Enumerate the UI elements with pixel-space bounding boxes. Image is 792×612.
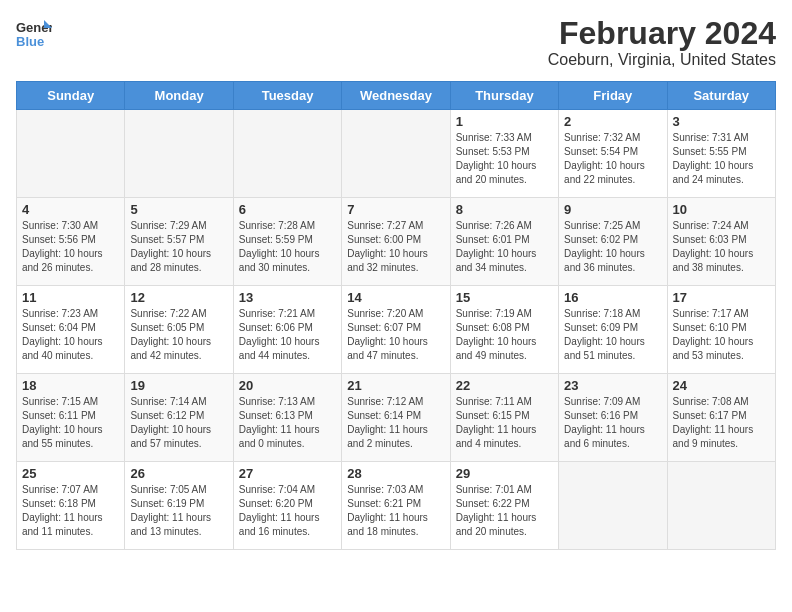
day-info: Sunrise: 7:25 AM Sunset: 6:02 PM Dayligh… <box>564 219 661 275</box>
calendar-cell: 17Sunrise: 7:17 AM Sunset: 6:10 PM Dayli… <box>667 286 775 374</box>
day-number: 18 <box>22 378 119 393</box>
calendar-cell: 23Sunrise: 7:09 AM Sunset: 6:16 PM Dayli… <box>559 374 667 462</box>
day-info: Sunrise: 7:27 AM Sunset: 6:00 PM Dayligh… <box>347 219 444 275</box>
calendar-cell <box>17 110 125 198</box>
calendar-cell <box>233 110 341 198</box>
calendar-cell: 20Sunrise: 7:13 AM Sunset: 6:13 PM Dayli… <box>233 374 341 462</box>
page-title: February 2024 <box>548 16 776 51</box>
calendar-cell: 28Sunrise: 7:03 AM Sunset: 6:21 PM Dayli… <box>342 462 450 550</box>
calendar-cell: 12Sunrise: 7:22 AM Sunset: 6:05 PM Dayli… <box>125 286 233 374</box>
day-header-saturday: Saturday <box>667 82 775 110</box>
day-header-thursday: Thursday <box>450 82 558 110</box>
day-number: 10 <box>673 202 770 217</box>
logo-icon: General Blue <box>16 16 52 52</box>
day-number: 24 <box>673 378 770 393</box>
day-info: Sunrise: 7:18 AM Sunset: 6:09 PM Dayligh… <box>564 307 661 363</box>
day-info: Sunrise: 7:31 AM Sunset: 5:55 PM Dayligh… <box>673 131 770 187</box>
day-number: 6 <box>239 202 336 217</box>
calendar-cell: 29Sunrise: 7:01 AM Sunset: 6:22 PM Dayli… <box>450 462 558 550</box>
calendar-cell: 10Sunrise: 7:24 AM Sunset: 6:03 PM Dayli… <box>667 198 775 286</box>
calendar-week-3: 11Sunrise: 7:23 AM Sunset: 6:04 PM Dayli… <box>17 286 776 374</box>
day-header-monday: Monday <box>125 82 233 110</box>
day-info: Sunrise: 7:30 AM Sunset: 5:56 PM Dayligh… <box>22 219 119 275</box>
day-number: 3 <box>673 114 770 129</box>
calendar-cell: 14Sunrise: 7:20 AM Sunset: 6:07 PM Dayli… <box>342 286 450 374</box>
day-info: Sunrise: 7:07 AM Sunset: 6:18 PM Dayligh… <box>22 483 119 539</box>
day-number: 26 <box>130 466 227 481</box>
calendar-cell <box>125 110 233 198</box>
calendar-cell: 13Sunrise: 7:21 AM Sunset: 6:06 PM Dayli… <box>233 286 341 374</box>
day-info: Sunrise: 7:23 AM Sunset: 6:04 PM Dayligh… <box>22 307 119 363</box>
calendar-cell: 22Sunrise: 7:11 AM Sunset: 6:15 PM Dayli… <box>450 374 558 462</box>
calendar-week-2: 4Sunrise: 7:30 AM Sunset: 5:56 PM Daylig… <box>17 198 776 286</box>
day-number: 12 <box>130 290 227 305</box>
calendar-cell: 3Sunrise: 7:31 AM Sunset: 5:55 PM Daylig… <box>667 110 775 198</box>
calendar-cell: 15Sunrise: 7:19 AM Sunset: 6:08 PM Dayli… <box>450 286 558 374</box>
day-number: 9 <box>564 202 661 217</box>
day-info: Sunrise: 7:22 AM Sunset: 6:05 PM Dayligh… <box>130 307 227 363</box>
calendar-cell: 7Sunrise: 7:27 AM Sunset: 6:00 PM Daylig… <box>342 198 450 286</box>
day-info: Sunrise: 7:12 AM Sunset: 6:14 PM Dayligh… <box>347 395 444 451</box>
calendar-cell: 11Sunrise: 7:23 AM Sunset: 6:04 PM Dayli… <box>17 286 125 374</box>
day-number: 27 <box>239 466 336 481</box>
day-info: Sunrise: 7:29 AM Sunset: 5:57 PM Dayligh… <box>130 219 227 275</box>
day-number: 17 <box>673 290 770 305</box>
page-subtitle: Coeburn, Virginia, United States <box>548 51 776 69</box>
day-number: 11 <box>22 290 119 305</box>
day-header-wednesday: Wednesday <box>342 82 450 110</box>
page-header: General Blue February 2024 Coeburn, Virg… <box>16 16 776 69</box>
calendar-cell <box>342 110 450 198</box>
calendar-cell: 4Sunrise: 7:30 AM Sunset: 5:56 PM Daylig… <box>17 198 125 286</box>
day-number: 14 <box>347 290 444 305</box>
title-block: February 2024 Coeburn, Virginia, United … <box>548 16 776 69</box>
day-info: Sunrise: 7:20 AM Sunset: 6:07 PM Dayligh… <box>347 307 444 363</box>
day-info: Sunrise: 7:19 AM Sunset: 6:08 PM Dayligh… <box>456 307 553 363</box>
svg-text:Blue: Blue <box>16 34 44 49</box>
day-number: 21 <box>347 378 444 393</box>
day-info: Sunrise: 7:13 AM Sunset: 6:13 PM Dayligh… <box>239 395 336 451</box>
calendar-table: SundayMondayTuesdayWednesdayThursdayFrid… <box>16 81 776 550</box>
day-header-tuesday: Tuesday <box>233 82 341 110</box>
day-number: 7 <box>347 202 444 217</box>
calendar-cell: 21Sunrise: 7:12 AM Sunset: 6:14 PM Dayli… <box>342 374 450 462</box>
day-number: 16 <box>564 290 661 305</box>
calendar-week-1: 1Sunrise: 7:33 AM Sunset: 5:53 PM Daylig… <box>17 110 776 198</box>
day-number: 2 <box>564 114 661 129</box>
day-info: Sunrise: 7:11 AM Sunset: 6:15 PM Dayligh… <box>456 395 553 451</box>
calendar-cell <box>667 462 775 550</box>
calendar-cell: 5Sunrise: 7:29 AM Sunset: 5:57 PM Daylig… <box>125 198 233 286</box>
calendar-cell: 25Sunrise: 7:07 AM Sunset: 6:18 PM Dayli… <box>17 462 125 550</box>
calendar-cell: 9Sunrise: 7:25 AM Sunset: 6:02 PM Daylig… <box>559 198 667 286</box>
day-number: 20 <box>239 378 336 393</box>
calendar-week-5: 25Sunrise: 7:07 AM Sunset: 6:18 PM Dayli… <box>17 462 776 550</box>
calendar-cell: 8Sunrise: 7:26 AM Sunset: 6:01 PM Daylig… <box>450 198 558 286</box>
calendar-cell: 26Sunrise: 7:05 AM Sunset: 6:19 PM Dayli… <box>125 462 233 550</box>
day-number: 29 <box>456 466 553 481</box>
day-number: 5 <box>130 202 227 217</box>
calendar-cell: 2Sunrise: 7:32 AM Sunset: 5:54 PM Daylig… <box>559 110 667 198</box>
calendar-cell: 24Sunrise: 7:08 AM Sunset: 6:17 PM Dayli… <box>667 374 775 462</box>
calendar-cell: 16Sunrise: 7:18 AM Sunset: 6:09 PM Dayli… <box>559 286 667 374</box>
day-number: 28 <box>347 466 444 481</box>
calendar-cell: 18Sunrise: 7:15 AM Sunset: 6:11 PM Dayli… <box>17 374 125 462</box>
day-info: Sunrise: 7:05 AM Sunset: 6:19 PM Dayligh… <box>130 483 227 539</box>
day-info: Sunrise: 7:32 AM Sunset: 5:54 PM Dayligh… <box>564 131 661 187</box>
calendar-header-row: SundayMondayTuesdayWednesdayThursdayFrid… <box>17 82 776 110</box>
day-header-friday: Friday <box>559 82 667 110</box>
calendar-cell <box>559 462 667 550</box>
day-number: 8 <box>456 202 553 217</box>
day-info: Sunrise: 7:09 AM Sunset: 6:16 PM Dayligh… <box>564 395 661 451</box>
day-number: 23 <box>564 378 661 393</box>
calendar-week-4: 18Sunrise: 7:15 AM Sunset: 6:11 PM Dayli… <box>17 374 776 462</box>
day-number: 1 <box>456 114 553 129</box>
day-info: Sunrise: 7:14 AM Sunset: 6:12 PM Dayligh… <box>130 395 227 451</box>
day-header-sunday: Sunday <box>17 82 125 110</box>
day-info: Sunrise: 7:04 AM Sunset: 6:20 PM Dayligh… <box>239 483 336 539</box>
calendar-cell: 27Sunrise: 7:04 AM Sunset: 6:20 PM Dayli… <box>233 462 341 550</box>
day-info: Sunrise: 7:01 AM Sunset: 6:22 PM Dayligh… <box>456 483 553 539</box>
day-number: 13 <box>239 290 336 305</box>
day-info: Sunrise: 7:26 AM Sunset: 6:01 PM Dayligh… <box>456 219 553 275</box>
day-number: 22 <box>456 378 553 393</box>
day-info: Sunrise: 7:08 AM Sunset: 6:17 PM Dayligh… <box>673 395 770 451</box>
day-info: Sunrise: 7:03 AM Sunset: 6:21 PM Dayligh… <box>347 483 444 539</box>
